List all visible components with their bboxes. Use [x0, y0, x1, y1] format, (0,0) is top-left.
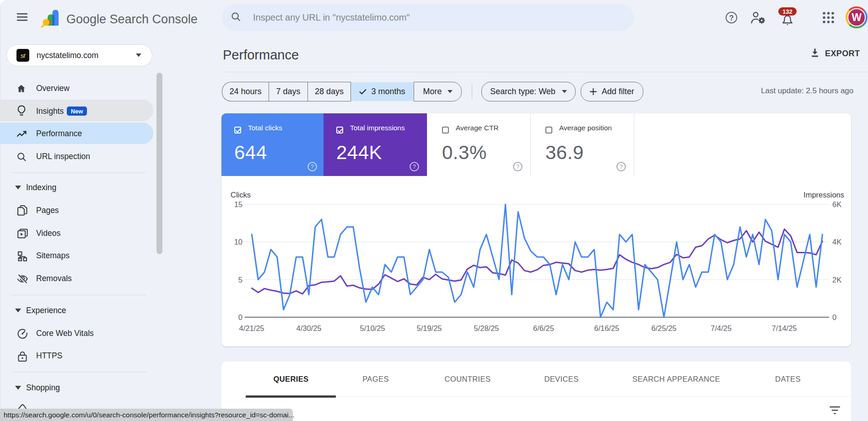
- svg-text:?: ?: [620, 164, 623, 170]
- svg-text:?: ?: [413, 164, 416, 170]
- svg-text:?: ?: [729, 14, 733, 22]
- svg-text:?: ?: [516, 164, 519, 170]
- svg-text:?: ?: [311, 164, 314, 170]
